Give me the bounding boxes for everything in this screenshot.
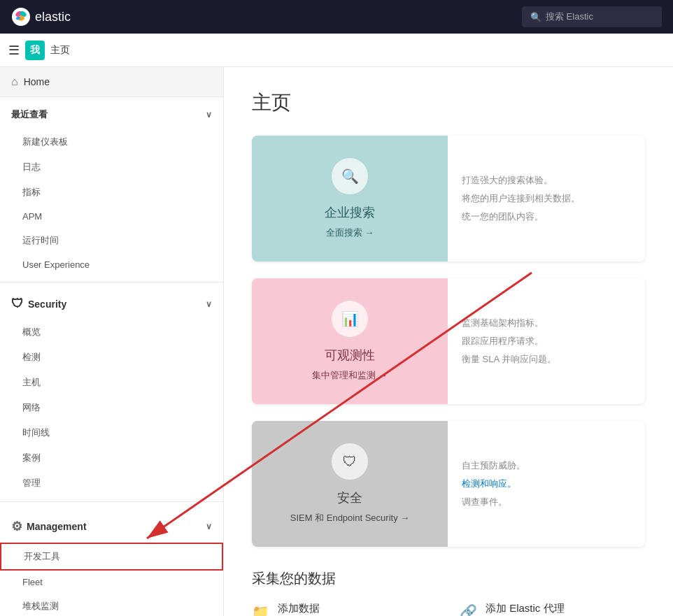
sidebar-item-fleet[interactable]: Fleet: [0, 571, 223, 594]
enterprise-search-link[interactable]: 全面搜索 →: [326, 227, 374, 239]
security-desc3: 调查事件。: [462, 496, 631, 508]
enterprise-search-icon-circle: 🔍: [332, 158, 368, 194]
observability-desc2: 跟踪应用程序请求。: [462, 335, 631, 348]
search-icon: 🔍: [530, 12, 541, 22]
observability-icon-circle: 📊: [332, 301, 368, 337]
security-card-icon: 🛡: [343, 454, 357, 470]
solution-cards: 🔍 企业搜索 全面搜索 → 打造强大的搜索体验。 将您的用户连接到相关数据。 统…: [252, 136, 645, 547]
card-enterprise-search-left: 🔍 企业搜索 全面搜索 →: [252, 136, 448, 262]
observability-title: 可观测性: [325, 347, 375, 364]
cards-row-2: 📊 可观测性 集中管理和监测 → 监测基础架构指标。 跟踪应用程序请求。 衡量 …: [252, 278, 645, 404]
sidebar-item-metrics[interactable]: 指标: [0, 180, 223, 205]
hamburger-menu[interactable]: ☰: [8, 43, 20, 58]
card-observability-right: 监测基础架构指标。 跟踪应用程序请求。 衡量 SLA 并响应问题。: [448, 278, 645, 404]
security-desc2[interactable]: 检测和响应。: [462, 478, 631, 490]
card-security[interactable]: 🛡 安全 SIEM 和 Endpoint Security → 自主预防威胁。 …: [252, 421, 645, 547]
elastic-logo-icon: [11, 7, 31, 27]
card-enterprise-search[interactable]: 🔍 企业搜索 全面搜索 → 打造强大的搜索体验。 将您的用户连接到相关数据。 统…: [252, 136, 645, 262]
home-icon: ⌂: [11, 76, 18, 88]
sidebar-item-timeline[interactable]: 时间线: [0, 420, 223, 445]
security-section-header-left: 🛡 Security: [11, 296, 66, 311]
cards-row-1: 🔍 企业搜索 全面搜索 → 打造强大的搜索体验。 将您的用户连接到相关数据。 统…: [252, 136, 645, 262]
collect-card-add-data-content: 添加数据 从热门应用和服务中采集数据。: [278, 602, 395, 616]
enterprise-search-desc2: 将您的用户连接到相关数据。: [462, 192, 631, 205]
topbar: elastic 🔍 搜索 Elastic: [0, 0, 673, 34]
security-section: 🛡 Security ∨ 概览 检测 主机 网络 时间线 案例 管理: [0, 285, 223, 499]
sidebar-item-logs[interactable]: 日志: [0, 155, 223, 180]
sidebar-item-stack-monitor[interactable]: 堆栈监测: [0, 594, 223, 616]
security-shield-icon: 🛡: [11, 296, 24, 311]
home-label: Home: [24, 76, 50, 87]
cards-row-3: 🛡 安全 SIEM 和 Endpoint Security → 自主预防威胁。 …: [252, 421, 645, 547]
collect-cards: 📁 添加数据 从热门应用和服务中采集数据。 🔗 添加 Elastic 代理 添加…: [252, 602, 645, 616]
collect-title: 采集您的数据: [252, 569, 645, 588]
collect-card-add-data: 📁 添加数据 从热门应用和服务中采集数据。: [252, 602, 437, 616]
security-icon-circle: 🛡: [332, 443, 368, 480]
add-data-icon: 📁: [252, 603, 269, 616]
elastic-label: elastic: [35, 10, 71, 24]
management-section: ⚙ Management ∨ 开发工具 Fleet 堆栈监测 Stack Man…: [0, 505, 223, 616]
sidebar-item-detect[interactable]: 检测: [0, 345, 223, 370]
add-agent-title: 添加 Elastic 代理: [486, 602, 576, 615]
recent-label: 最近查看: [11, 108, 48, 121]
sidebar-item-management[interactable]: 管理: [0, 471, 223, 496]
management-section-header[interactable]: ⚙ Management ∨: [0, 510, 223, 543]
enterprise-search-desc3: 统一您的团队内容。: [462, 210, 631, 223]
enterprise-search-icon: 🔍: [341, 168, 359, 185]
security-desc1: 自主预防威胁。: [462, 459, 631, 472]
search-placeholder: 搜索 Elastic: [546, 10, 593, 23]
sidebar-item-home[interactable]: ⌂ Home: [0, 67, 223, 97]
card-observability-left: 📊 可观测性 集中管理和监测 →: [252, 278, 448, 404]
elastic-logo: elastic: [11, 7, 71, 27]
observability-icon: 📊: [341, 310, 359, 327]
recent-chevron-icon: ∨: [206, 110, 212, 120]
management-chevron-icon: ∨: [206, 522, 212, 531]
topbar-left: elastic: [11, 7, 71, 27]
card-observability[interactable]: 📊 可观测性 集中管理和监测 → 监测基础架构指标。 跟踪应用程序请求。 衡量 …: [252, 278, 645, 404]
page-title: 主页: [252, 89, 645, 116]
sidebar-item-dev-tools[interactable]: 开发工具: [0, 543, 223, 571]
security-card-title: 安全: [337, 489, 362, 506]
add-agent-icon: 🔗: [460, 603, 477, 616]
navbar: ☰ 我 主页: [0, 34, 673, 67]
collect-card-add-agent: 🔗 添加 Elastic 代理 添加并管理您所有的 E...: [460, 602, 645, 616]
management-label: Management: [27, 521, 87, 532]
user-badge[interactable]: 我: [25, 41, 45, 60]
observability-link[interactable]: 集中管理和监测 →: [312, 369, 388, 382]
security-label: Security: [28, 299, 66, 310]
add-data-title: 添加数据: [278, 602, 395, 615]
gear-icon: ⚙: [11, 519, 22, 534]
sidebar-item-uptime[interactable]: 运行时间: [0, 228, 223, 253]
enterprise-search-title: 企业搜索: [325, 204, 375, 221]
observability-desc3: 衡量 SLA 并响应问题。: [462, 353, 631, 366]
sidebar-item-hosts[interactable]: 主机: [0, 370, 223, 395]
sidebar-item-network[interactable]: 网络: [0, 395, 223, 420]
search-bar[interactable]: 🔍 搜索 Elastic: [522, 6, 662, 27]
sidebar-item-new-dashboard[interactable]: 新建仪表板: [0, 129, 223, 155]
management-section-header-left: ⚙ Management: [11, 519, 87, 534]
card-security-left: 🛡 安全 SIEM 和 Endpoint Security →: [252, 421, 448, 547]
layout: ⌂ Home 最近查看 ∨ 新建仪表板 日志 指标 APM 运行时间 User …: [0, 67, 673, 616]
sidebar: ⌂ Home 最近查看 ∨ 新建仪表板 日志 指标 APM 运行时间 User …: [0, 67, 224, 616]
card-security-right: 自主预防威胁。 检测和响应。 调查事件。: [448, 421, 645, 547]
recent-section: 最近查看 ∨ 新建仪表板 日志 指标 APM 运行时间 User Experie…: [0, 97, 223, 279]
recent-header[interactable]: 最近查看 ∨: [0, 100, 223, 129]
security-card-link[interactable]: SIEM 和 Endpoint Security →: [290, 512, 410, 524]
security-section-header[interactable]: 🛡 Security ∨: [0, 288, 223, 320]
sidebar-item-overview[interactable]: 概览: [0, 320, 223, 345]
sidebar-item-cases[interactable]: 案例: [0, 445, 223, 471]
collect-card-add-agent-content: 添加 Elastic 代理 添加并管理您所有的 E...: [486, 602, 576, 616]
sidebar-item-user-experience[interactable]: User Experience: [0, 253, 223, 276]
collect-section: 采集您的数据 📁 添加数据 从热门应用和服务中采集数据。 🔗 添加 Elasti…: [252, 569, 645, 616]
card-enterprise-search-right: 打造强大的搜索体验。 将您的用户连接到相关数据。 统一您的团队内容。: [448, 136, 645, 262]
sidebar-item-apm[interactable]: APM: [0, 205, 223, 228]
breadcrumb: 主页: [50, 44, 70, 57]
security-chevron-icon: ∨: [206, 299, 212, 309]
enterprise-search-desc1: 打造强大的搜索体验。: [462, 174, 631, 187]
main-content: 主页 🔍 企业搜索 全面搜索 → 打造强大的搜索体验。: [224, 67, 673, 616]
observability-desc1: 监测基础架构指标。: [462, 317, 631, 329]
